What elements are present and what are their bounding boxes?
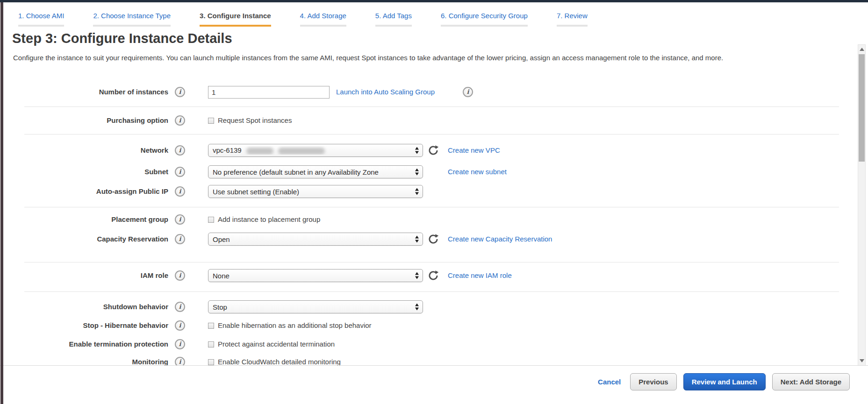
tab-configure-instance[interactable]: 3. Configure Instance: [195, 11, 276, 27]
previous-button[interactable]: Previous: [630, 373, 676, 390]
row-control: [208, 85, 330, 99]
info-icon[interactable]: i: [175, 320, 185, 331]
protect-against-accidental-termination-checkbox[interactable]: [208, 341, 214, 347]
shutdown-behavior-select[interactable]: Stop: [208, 300, 423, 313]
scrollbar-thumb[interactable]: [859, 54, 865, 162]
create-new-subnet-link[interactable]: Create new subnet: [448, 165, 507, 178]
info-icon[interactable]: i: [175, 87, 185, 97]
row-label: Monitoring: [14, 355, 168, 366]
refresh-icon[interactable]: [427, 233, 439, 245]
left-edge-strip: [0, 2, 3, 404]
subnet-select[interactable]: No preference (default subnet in any Ava…: [208, 165, 423, 178]
form-row-monitoring: Monitoring i Enable CloudWatch detailed …: [0, 355, 855, 366]
enable-hibernation-checkbox[interactable]: [208, 323, 214, 329]
select-stepper-icon: [415, 169, 419, 176]
refresh-icon[interactable]: [427, 269, 439, 282]
row-label: Capacity Reservation: [14, 233, 168, 246]
info-icon[interactable]: i: [175, 357, 185, 366]
select-value: vpc-6139: [213, 146, 410, 155]
tab-add-tags[interactable]: 5. Add Tags: [371, 11, 416, 27]
info-icon[interactable]: i: [175, 167, 185, 177]
create-new-vpc-link[interactable]: Create new VPC: [448, 144, 500, 157]
number-of-instances-input[interactable]: [208, 86, 330, 99]
form-row-capacity-reservation: Capacity Reservation i Open Create new C…: [0, 233, 855, 246]
scrollbar-down-arrow-icon[interactable]: [860, 359, 864, 362]
vertical-scrollbar[interactable]: [858, 44, 866, 366]
cancel-link[interactable]: Cancel: [598, 378, 621, 386]
row-control: Protect against accidental termination: [208, 338, 335, 351]
info-icon[interactable]: i: [175, 186, 185, 197]
form-row-auto-assign-public-ip: Auto-assign Public IP i Use subnet setti…: [0, 185, 855, 198]
info-icon[interactable]: i: [175, 115, 185, 126]
network-select[interactable]: vpc-6139: [208, 144, 423, 157]
row-label: Stop - Hibernate behavior: [14, 319, 168, 332]
row-label: Shutdown behavior: [14, 300, 168, 313]
tab-underline: [441, 25, 528, 27]
request-spot-instances-checkbox[interactable]: [208, 118, 214, 124]
tab-label: 6. Configure Security Group: [441, 11, 528, 21]
row-label: Subnet: [14, 165, 168, 178]
auto-assign-public-ip-select[interactable]: Use subnet setting (Enable): [208, 185, 423, 198]
tab-underline-active: [200, 25, 271, 27]
info-icon[interactable]: i: [175, 234, 185, 244]
row-label: Number of instances: [14, 85, 168, 99]
page-description: Configure the instance to suit your requ…: [13, 52, 852, 64]
wizard-footer: Cancel Previous Review and Launch Next: …: [0, 366, 868, 404]
refresh-icon[interactable]: [427, 144, 439, 156]
tab-underline: [93, 25, 171, 27]
tab-choose-ami[interactable]: 1. Choose AMI: [14, 11, 69, 27]
next-add-storage-button[interactable]: Next: Add Storage: [772, 373, 850, 390]
info-icon[interactable]: i: [175, 302, 185, 312]
info-icon[interactable]: i: [463, 87, 473, 97]
scrollbar-up-arrow-icon[interactable]: [860, 48, 864, 51]
footer-actions: Cancel Previous Review and Launch Next: …: [598, 373, 850, 390]
checkbox-label: Enable CloudWatch detailed monitoring: [218, 355, 341, 366]
checkbox-label: Request Spot instances: [218, 114, 292, 127]
tab-label: 7. Review: [557, 11, 588, 21]
tab-choose-instance-type[interactable]: 2. Choose Instance Type: [88, 11, 175, 27]
info-icon[interactable]: i: [175, 270, 185, 281]
select-value: None: [213, 272, 410, 280]
create-new-capacity-reservation-link[interactable]: Create new Capacity Reservation: [448, 233, 552, 246]
info-icon[interactable]: i: [175, 145, 185, 156]
review-and-launch-button[interactable]: Review and Launch: [683, 373, 766, 390]
launch-into-auto-scaling-group-link[interactable]: Launch into Auto Scaling Group: [336, 85, 435, 99]
capacity-reservation-select[interactable]: Open: [208, 233, 423, 246]
checkbox-label: Enable hibernation as an additional stop…: [218, 319, 372, 332]
add-instance-to-placement-group-checkbox[interactable]: [208, 217, 214, 223]
row-label: IAM role: [14, 269, 168, 282]
redacted-text: [246, 148, 273, 155]
row-control: Add instance to placement group: [208, 213, 320, 226]
info-icon[interactable]: i: [175, 339, 185, 349]
row-control: Use subnet setting (Enable): [208, 185, 423, 198]
row-control: No preference (default subnet in any Ava…: [208, 165, 423, 178]
row-label: Purchasing option: [14, 114, 168, 127]
select-value: Use subnet setting (Enable): [213, 188, 410, 196]
tab-label: 5. Add Tags: [375, 11, 412, 21]
tab-configure-security-group[interactable]: 6. Configure Security Group: [436, 11, 532, 27]
row-control: Enable CloudWatch detailed monitoring: [208, 355, 341, 366]
row-label: Auto-assign Public IP: [14, 185, 168, 198]
form-row-placement-group: Placement group i Add instance to placem…: [0, 213, 855, 226]
form-row-shutdown-behavior: Shutdown behavior i Stop: [0, 300, 855, 313]
form-row-purchasing-option: Purchasing option i Request Spot instanc…: [0, 114, 855, 127]
tab-review[interactable]: 7. Review: [552, 11, 592, 27]
enable-cloudwatch-detailed-monitoring-checkbox[interactable]: [208, 359, 214, 365]
form-row-enable-termination-protection: Enable termination protection i Protect …: [0, 338, 855, 351]
select-stepper-icon: [415, 304, 419, 311]
tab-underline: [18, 25, 64, 27]
select-value: No preference (default subnet in any Ava…: [213, 168, 410, 176]
info-icon[interactable]: i: [175, 214, 185, 225]
iam-role-select[interactable]: None: [208, 269, 423, 282]
tab-label: 3. Configure Instance: [200, 11, 271, 21]
create-new-iam-role-link[interactable]: Create new IAM role: [448, 269, 512, 282]
row-separator: [24, 106, 839, 107]
row-control: Request Spot instances: [208, 114, 292, 127]
tab-underline: [375, 25, 412, 27]
form-row-stop-hibernate-behavior: Stop - Hibernate behavior i Enable hiber…: [0, 319, 855, 332]
form-row-number-of-instances: Number of instances i Launch into Auto S…: [0, 85, 855, 99]
redacted-text: [278, 148, 325, 155]
tab-add-storage[interactable]: 4. Add Storage: [295, 11, 351, 27]
tab-label: 1. Choose AMI: [18, 11, 64, 21]
row-control: Enable hibernation as an additional stop…: [208, 319, 372, 332]
